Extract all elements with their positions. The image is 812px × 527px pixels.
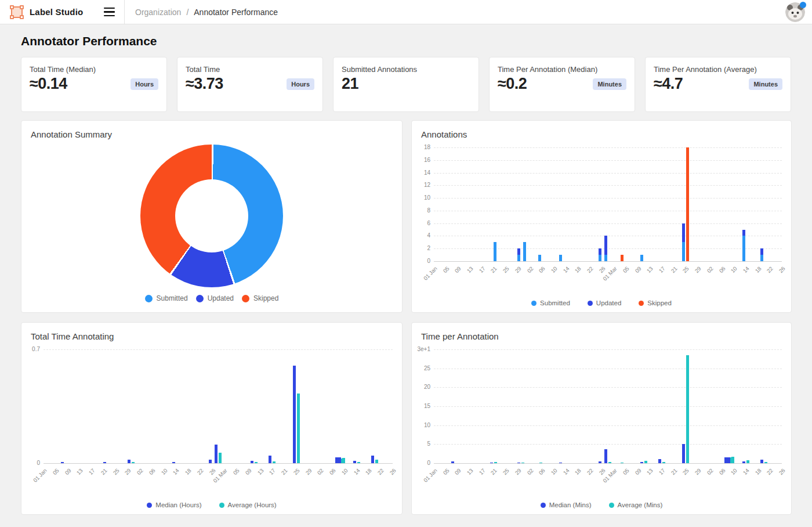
x-axis-label: 25 [682,265,690,274]
x-axis-label: 22 [585,467,594,476]
bar-submitted [494,242,496,261]
x-axis-label: 13 [646,265,654,274]
x-axis-label: 17 [268,467,277,476]
x-axis-label: 09 [63,467,72,476]
gridline [434,369,782,369]
gridline [434,185,782,186]
x-axis-label: 22 [195,467,204,476]
skipped-legend-dot [242,295,249,302]
breadcrumb: Organization / Annotator Performance [125,8,278,17]
x-axis-label: 10 [549,265,558,274]
y-axis-label: 10 [412,422,430,428]
legend-item-updated[interactable]: Updated [196,294,234,302]
main-content: Annotator Performance Total Time (Median… [0,34,812,515]
gridline [434,248,782,249]
stat-value: ≈4.7 [654,75,683,93]
bar-updated [604,236,607,255]
stat-value: ≈3.73 [186,75,223,93]
legend-item-skipped[interactable]: Skipped [639,299,672,306]
bar-median [682,444,685,463]
y-axis-label: 12 [412,182,430,188]
bar-submitted [517,255,520,261]
x-axis-label: 05 [232,467,241,476]
legend-label: Average (Mins) [618,501,663,508]
y-axis-label: 0 [21,460,40,466]
legend-item-average-hours[interactable]: Average (Hours) [219,501,277,508]
legend-item-median-mins[interactable]: Median (Mins) [541,501,592,508]
plot-area: 0.70 [44,349,393,463]
stat-label: Total Time (Median) [30,65,158,74]
bar-median [338,457,341,463]
legend-label: Skipped [647,299,672,306]
legend-item-average-mins[interactable]: Average (Mins) [609,501,663,508]
x-axis-label: 05 [622,265,630,274]
x-axis-label: 29 [304,467,313,476]
bar-average [731,457,734,463]
user-avatar[interactable] [785,2,805,22]
x-axis-label: 17 [658,467,666,476]
donut-hole [175,179,248,252]
y-axis-label: 0 [412,460,430,466]
legend-item-skipped[interactable]: Skipped [242,294,278,302]
legend-label: Skipped [253,294,278,302]
x-axis-label: 13 [646,467,654,476]
stat-card-time-per-annotation-average: Time Per Annotation (Average) ≈4.7 Minut… [645,57,791,112]
gridline [434,406,782,407]
legend-item-updated[interactable]: Updated [588,299,621,306]
legend-item-median-hours[interactable]: Median (Hours) [147,501,201,508]
bar-submitted [559,255,562,261]
x-axis-label: 17 [88,467,96,476]
bar-submitted [760,255,763,261]
label-studio-logo-icon[interactable] [9,5,24,20]
plot-area: 181614121086420 [434,147,782,261]
y-axis-label: 2 [412,245,430,251]
legend-item-submitted[interactable]: Submitted [145,294,188,302]
bar-submitted [682,242,685,261]
menu-toggle-button[interactable] [103,5,116,19]
bar-median [215,445,217,463]
stat-card-total-time-median: Total Time (Median) ≈0.14 Hours [21,57,167,112]
x-axis-label: 09 [633,467,642,476]
x-axis: 01 Jan050913172125290206101418222601 Mar… [434,261,782,291]
time-per-annotation-legend: Median (Mins) Average (Mins) [412,501,791,508]
gridline [44,349,393,350]
x-axis-label: 21 [669,265,678,274]
stat-card-time-per-annotation-median: Time Per Annotation (Median) ≈0.2 Minute… [489,57,635,112]
x-axis-label: 21 [280,467,289,476]
y-axis-label: 14 [412,169,430,176]
stat-label: Time Per Annotation (Average) [654,65,782,74]
y-axis-label: 3e+1 [412,346,430,352]
updated-legend-dot [196,295,204,302]
x-axis-label: 29 [694,467,702,476]
legend-label: Updated [596,299,621,306]
submitted-legend-dot [145,295,153,302]
x-axis-label: 06 [538,467,546,476]
x-axis-label: 22 [376,467,385,476]
breadcrumb-organization-link[interactable]: Organization [135,8,181,17]
x-axis-label: 02 [525,467,534,476]
gridline [434,349,782,350]
x-axis-label: 09 [454,265,462,274]
bar-updated [599,248,601,255]
x-axis-label: 05 [441,265,450,274]
legend-label: Median (Hours) [155,501,201,508]
bar-submitted [640,255,643,261]
gridline [434,223,782,224]
average-legend-dot [219,503,224,508]
x-axis-label: 29 [513,467,522,476]
legend-label: Submitted [540,299,570,306]
bar-updated [760,248,763,255]
x-axis-label: 05 [51,467,60,476]
gridline [434,173,782,174]
x-axis-label: 01 Jan [422,265,438,281]
x-axis-label: 02 [316,467,325,476]
stat-card-submitted-annotations: Submitted Annotations 21 [333,57,479,112]
panel-title: Annotations [412,121,791,142]
average-legend-dot [609,503,614,508]
time-per-annotation-bar-chart: 3e+12520151050 01 Jan0509131721252902061… [412,349,783,493]
annotations-panel: Annotations 181614121086420 01 Jan050913… [411,120,792,313]
x-axis-label: 22 [585,265,594,274]
legend-item-submitted[interactable]: Submitted [531,299,570,306]
bar-submitted [538,255,541,261]
x-axis-label: 26 [389,467,397,476]
